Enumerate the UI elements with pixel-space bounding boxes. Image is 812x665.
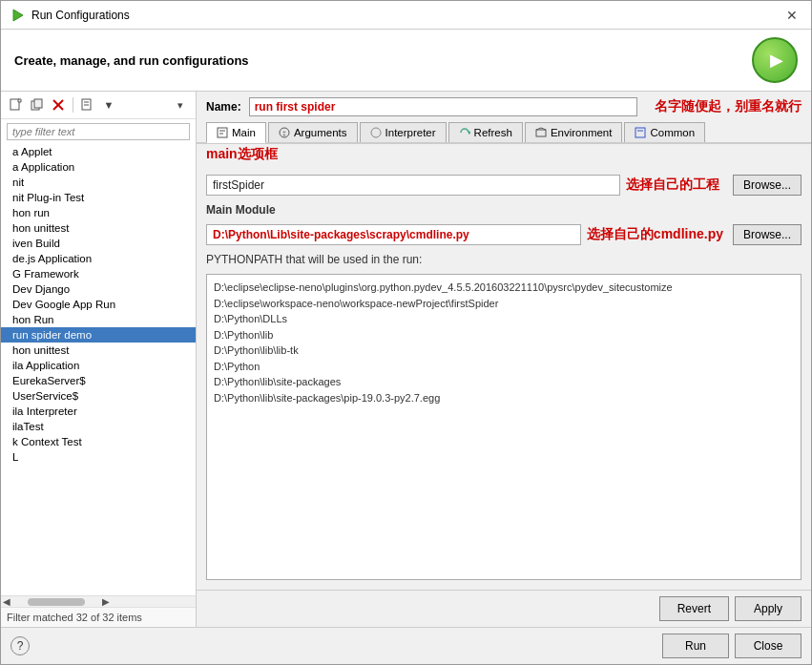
delete-config-button[interactable] <box>49 95 68 114</box>
name-label: Name: <box>206 100 241 114</box>
close-button[interactable]: Close <box>735 634 802 658</box>
pythonpath-line: D:\Python\DLLs <box>214 311 794 327</box>
list-item[interactable]: UserService$ <box>1 388 196 404</box>
filter-input[interactable] <box>7 123 190 140</box>
name-input[interactable] <box>249 97 637 116</box>
pythonpath-line: D:\Python\lib\site-packages <box>214 374 794 390</box>
cmdline-annotation: 选择自己的cmdline.py <box>587 226 723 243</box>
toolbar-separator-1 <box>73 97 73 113</box>
list-item[interactable]: nit Plug-in Test <box>1 190 196 205</box>
list-item[interactable]: G Framework <box>1 266 196 281</box>
module-browse-button[interactable]: Browse... <box>733 224 802 245</box>
svg-point-16 <box>371 128 381 137</box>
list-item[interactable]: ila Interpreter <box>1 404 196 419</box>
scroll-right-button[interactable]: ▶ <box>100 596 112 607</box>
project-input[interactable] <box>206 175 620 196</box>
pythonpath-line: D:\Python <box>214 359 794 375</box>
scroll-thumb[interactable] <box>28 598 85 606</box>
tabs-bar: Main ‡ Arguments Interpreter <box>197 122 811 144</box>
list-item[interactable]: EurekaServer$ <box>1 373 196 388</box>
horizontal-scrollbar[interactable]: ◀ ▶ <box>1 595 196 607</box>
main-module-label: Main Module <box>206 203 802 217</box>
list-item[interactable]: Dev Django <box>1 281 196 297</box>
footer-bar: ? Run Close <box>1 627 811 664</box>
close-window-button[interactable]: ✕ <box>782 8 802 23</box>
tab-main[interactable]: Main <box>206 122 266 143</box>
new-config-button[interactable] <box>7 95 26 114</box>
tab-interpreter[interactable]: Interpreter <box>360 122 447 142</box>
list-item[interactable]: a Application <box>1 159 196 175</box>
pythonpath-line: D:\eclipse\eclipse-neno\plugins\org.pyth… <box>214 280 794 296</box>
interp-icon <box>370 127 382 138</box>
menu-button[interactable]: ▾ <box>171 95 190 114</box>
help-button[interactable]: ? <box>10 636 30 655</box>
main-tab-content: 选择自己的工程 Browse... Main Module 选择自己的cmdli… <box>197 165 811 590</box>
svg-marker-3 <box>18 99 21 102</box>
left-panel: ▼ ▾ a Applet a Application nit nit Plug-… <box>1 92 197 627</box>
scroll-left-button[interactable]: ◀ <box>1 596 12 607</box>
project-row: 选择自己的工程 Browse... <box>206 175 802 196</box>
list-item[interactable]: ila Application <box>1 358 196 373</box>
refresh-icon <box>459 127 470 138</box>
filter-button[interactable] <box>78 95 97 114</box>
tab-common[interactable]: Common <box>624 122 705 142</box>
list-item[interactable]: L <box>1 449 196 465</box>
env-icon <box>535 127 547 138</box>
module-row: 选择自己的cmdline.py Browse... <box>206 224 802 245</box>
svg-marker-0 <box>13 10 23 21</box>
filter-status: Filter matched 32 of 32 items <box>1 607 196 627</box>
dialog-title: Run Configurations <box>31 9 130 22</box>
run-button[interactable]: Run <box>662 634 729 658</box>
list-item[interactable]: nit <box>1 175 196 190</box>
apply-button[interactable]: Apply <box>735 596 802 621</box>
run-configurations-dialog: Run Configurations ✕ Create, manage, and… <box>0 0 812 665</box>
list-item[interactable]: de.js Application <box>1 251 196 266</box>
list-item[interactable]: hon unittest <box>1 220 196 236</box>
pythonpath-line: D:\Python\lib\site-packages\pip-19.0.3-p… <box>214 390 794 406</box>
main-icon <box>217 127 228 138</box>
left-toolbar: ▼ ▾ <box>1 92 196 119</box>
list-item[interactable]: iven Build <box>1 236 196 251</box>
run-config-icon <box>10 8 26 23</box>
name-annotation: 名字随便起，别重名就行 <box>655 98 802 115</box>
list-item[interactable]: hon unittest <box>1 343 196 358</box>
common-icon <box>635 127 646 138</box>
name-row: Name: 名字随便起，别重名就行 配置完之后点这个选项框 <box>197 92 811 122</box>
list-item[interactable]: ilaTest <box>1 419 196 434</box>
revert-button[interactable]: Revert <box>659 596 729 621</box>
pythonpath-line: D:\Python\lib\lib-tk <box>214 343 794 359</box>
list-item[interactable]: a Applet <box>1 144 196 159</box>
main-tab-annotation: main选项框 <box>197 144 811 165</box>
header-subtitle: Create, manage, and run configurations <box>14 53 249 68</box>
svg-rect-11 <box>218 128 227 137</box>
svg-text:‡: ‡ <box>282 130 286 136</box>
project-browse-button[interactable]: Browse... <box>733 175 802 196</box>
main-content-area: ▼ ▾ a Applet a Application nit nit Plug-… <box>1 92 811 627</box>
tab-arguments[interactable]: ‡ Arguments <box>268 122 358 142</box>
footer-buttons: Run Close <box>662 634 802 658</box>
project-annotation: 选择自己的工程 <box>626 177 719 194</box>
right-panel: Name: 名字随便起，别重名就行 配置完之后点这个选项框 Main <box>197 92 811 627</box>
svg-rect-21 <box>635 128 645 137</box>
list-item[interactable]: k Context Test <box>1 434 196 449</box>
title-bar: Run Configurations ✕ <box>1 1 811 30</box>
list-item[interactable]: Dev Google App Run <box>1 297 196 312</box>
collapse-button[interactable]: ▼ <box>99 95 118 114</box>
list-item-selected[interactable]: run spider demo <box>1 327 196 343</box>
list-item[interactable]: hon Run <box>1 312 196 327</box>
svg-rect-18 <box>536 130 546 136</box>
config-list: a Applet a Application nit nit Plug-in T… <box>1 144 196 595</box>
pythonpath-line: D:\Python\lib <box>214 327 794 343</box>
list-item[interactable]: hon run <box>1 205 196 220</box>
svg-rect-5 <box>34 99 42 108</box>
tab-environment[interactable]: Environment <box>525 122 623 142</box>
header-section: Create, manage, and run configurations <box>1 30 811 92</box>
run-circle-button[interactable] <box>752 37 798 83</box>
duplicate-config-button[interactable] <box>28 95 47 114</box>
tab-refresh[interactable]: Refresh <box>448 122 523 142</box>
args-icon: ‡ <box>279 127 290 138</box>
title-bar-left: Run Configurations <box>10 8 130 23</box>
module-input[interactable] <box>206 224 581 245</box>
pythonpath-label: PYTHONPATH that will be used in the run: <box>206 253 802 266</box>
svg-marker-17 <box>468 131 470 135</box>
